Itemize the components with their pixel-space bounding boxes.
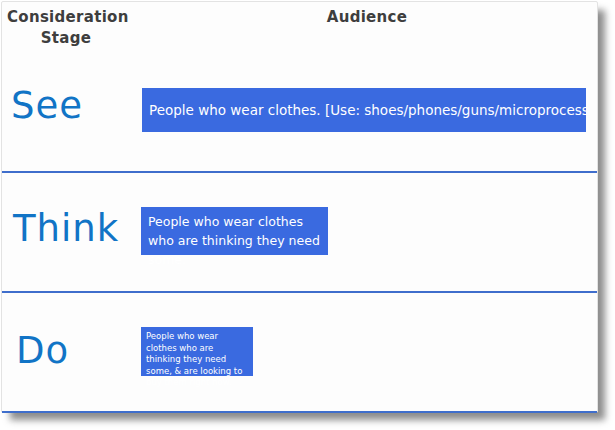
consideration-stage-header-line1: Consideration <box>7 7 125 28</box>
audience-box-do: People who wear clothes who are thinking… <box>141 327 253 376</box>
table-row-see: See People who wear clothes. [Use: shoes… <box>2 62 597 173</box>
table-row-think: Think People who wear clothes who are th… <box>2 173 597 293</box>
stage-label-think: Think <box>13 207 119 250</box>
stage-label-do: Do <box>16 329 69 372</box>
audience-column-header: Audience <box>137 8 597 26</box>
table-header-row: Consideration Stage Audience <box>2 2 597 62</box>
table-row-do: Do People who wear clothes who are think… <box>2 293 597 413</box>
audience-box-think: People who wear clothes who are thinking… <box>141 207 328 255</box>
stage-label-see: See <box>11 84 83 127</box>
see-think-do-table: Consideration Stage Audience See People … <box>1 1 598 413</box>
consideration-stage-header-line2: Stage <box>7 28 125 49</box>
audience-box-see: People who wear clothes. [Use: shoes/pho… <box>142 88 586 132</box>
consideration-stage-column-header: Consideration Stage <box>7 7 125 49</box>
